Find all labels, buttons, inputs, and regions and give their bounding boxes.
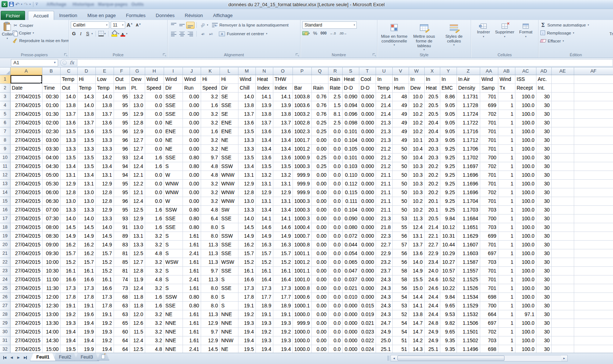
name-box[interactable]: A1 ▼ — [11, 59, 58, 66]
cell-N1[interactable]: Heat — [256, 75, 273, 83]
cell-N15[interactable]: 13.1 — [256, 197, 273, 205]
cell-AB7[interactable]: 1 — [498, 127, 515, 136]
row-header-19[interactable]: 19 — [0, 232, 10, 240]
cell-Q5[interactable]: 0.76 — [311, 110, 328, 118]
dialog-launcher-icon[interactable] — [163, 53, 166, 57]
cell-G25[interactable]: 12.4 — [130, 284, 145, 293]
cell-AE18[interactable] — [551, 223, 574, 232]
cell-D7[interactable]: 13.6 — [77, 127, 95, 136]
cell-L22[interactable]: WSW — [220, 258, 238, 266]
cell-G32[interactable]: 12.5 — [130, 345, 145, 353]
cell-AE9[interactable] — [551, 144, 574, 153]
cell-J2[interactable]: Run — [183, 83, 201, 92]
cell-M25[interactable]: 17.3 — [238, 284, 256, 293]
cell-O17[interactable]: 14.1 — [273, 214, 293, 223]
cell-AD21[interactable]: 30 — [536, 249, 551, 258]
cell-R17[interactable]: 0.0 — [328, 214, 342, 223]
cell-V5[interactable]: 49 — [392, 110, 409, 118]
cell-W29[interactable]: 14.7 — [409, 319, 424, 327]
cell-Y16[interactable]: 9.25 — [440, 205, 457, 214]
cell-P4[interactable]: 1003.6 — [293, 101, 311, 110]
cell-P28[interactable]: 1000.0 — [293, 310, 311, 319]
cell-AF4[interactable] — [574, 101, 613, 110]
cell-C12[interactable]: 13.1 — [60, 171, 77, 179]
cell-A23[interactable]: 27/04/2015 — [10, 266, 42, 275]
cell-Q16[interactable]: 0.00 — [311, 205, 328, 214]
cell-K30[interactable]: 9.7 — [201, 327, 220, 336]
cell-H15[interactable]: 0.0 — [145, 197, 164, 205]
scrollbar-track[interactable] — [397, 355, 561, 361]
cell-Y19[interactable]: 10.31 — [440, 232, 457, 240]
cell-W8[interactable]: 10.1 — [409, 136, 424, 144]
align-top-button[interactable] — [169, 22, 178, 29]
cell-I12[interactable]: W — [164, 171, 183, 179]
cell-K28[interactable]: 11.3 — [201, 310, 220, 319]
cell-R4[interactable]: 1.5 — [328, 101, 342, 110]
cell-E27[interactable]: 17.8 — [95, 301, 114, 310]
cell-I8[interactable]: NE — [164, 136, 183, 144]
cell-S32[interactable]: 0.000 — [342, 345, 359, 353]
cell-J19[interactable]: 1.61 — [183, 232, 201, 240]
cell-I11[interactable]: S — [164, 162, 183, 171]
cell-O8[interactable]: 13.4 — [273, 136, 293, 144]
cell-I9[interactable]: NE — [164, 144, 183, 153]
cell-AF20[interactable] — [574, 240, 613, 249]
cell-H29[interactable]: 3.2 — [145, 319, 164, 327]
cell-G3[interactable]: 13.2 — [130, 92, 145, 101]
cut-button[interactable]: ✂Couper — [13, 22, 69, 29]
cell-F7[interactable]: 96 — [114, 127, 130, 136]
cell-V26[interactable]: 54 — [392, 293, 409, 301]
cell-W6[interactable]: 10.2 — [409, 118, 424, 127]
cell-AF25[interactable] — [574, 284, 613, 293]
align-left-button[interactable] — [169, 30, 178, 37]
cell-AB25[interactable]: 1 — [498, 284, 515, 293]
last-sheet-icon[interactable]: ▶ — [23, 355, 28, 360]
cell-L28[interactable]: NNE — [220, 310, 238, 319]
row-header-26[interactable]: 26 — [0, 293, 10, 301]
cell-H25[interactable]: 3.2 — [145, 284, 164, 293]
cell-AD14[interactable]: 30 — [536, 188, 551, 197]
cell-AB1[interactable]: Wind — [498, 75, 515, 83]
cell-M29[interactable]: 19.3 — [238, 319, 256, 327]
cell-R28[interactable]: 0.0 — [328, 310, 342, 319]
cell-AD7[interactable]: 30 — [536, 127, 551, 136]
cell-P10[interactable]: 1000.9 — [293, 153, 311, 162]
cell-AE16[interactable] — [551, 205, 574, 214]
cell-AB12[interactable]: 1 — [498, 171, 515, 179]
cell-C24[interactable]: 16.6 — [60, 275, 77, 284]
cell-U17[interactable]: 21.3 — [376, 214, 392, 223]
cell-AC22[interactable]: 100.0 — [515, 258, 536, 266]
cell-AD4[interactable]: 30 — [536, 101, 551, 110]
row-header-9[interactable]: 9 — [0, 144, 10, 153]
cell-AD26[interactable]: 30 — [536, 293, 551, 301]
cell-R10[interactable]: 0.0 — [328, 153, 342, 162]
cell-B26[interactable]: 12:00 — [42, 293, 60, 301]
cell-Q21[interactable]: 0.00 — [311, 249, 328, 258]
tab-donnees[interactable]: Données — [151, 11, 180, 20]
cell-X18[interactable]: 21.4 — [424, 223, 440, 232]
cell-O23[interactable]: 16.1 — [273, 266, 293, 275]
cell-AB26[interactable]: 1 — [498, 293, 515, 301]
cell-K20[interactable]: 11.3 — [201, 240, 220, 249]
cell-F22[interactable]: 85 — [114, 258, 130, 266]
cell-S21[interactable]: 0.054 — [342, 249, 359, 258]
cell-N5[interactable]: 13.8 — [256, 110, 273, 118]
cell-F27[interactable]: 63 — [114, 301, 130, 310]
cell-F12[interactable]: 94 — [114, 171, 130, 179]
cell-U24[interactable]: 24.3 — [376, 275, 392, 284]
previous-sheet-icon[interactable]: ◀ — [9, 355, 15, 360]
tab-formules[interactable]: Formules — [121, 11, 151, 20]
cell-X9[interactable]: 20.3 — [424, 144, 440, 153]
cell-K3[interactable]: 3.2 — [201, 92, 220, 101]
cell-P23[interactable]: 1001.1 — [293, 266, 311, 275]
cell-E21[interactable]: 15.7 — [95, 249, 114, 258]
cell-L30[interactable]: NNE — [220, 327, 238, 336]
cell-A18[interactable]: 27/04/2015 — [10, 223, 42, 232]
cell-R30[interactable]: 0.0 — [328, 327, 342, 336]
cell-C31[interactable]: 19.4 — [60, 336, 77, 345]
cell-Y21[interactable]: 10.29 — [440, 249, 457, 258]
cell-P7[interactable]: 1002.3 — [293, 127, 311, 136]
cell-U5[interactable]: 21.4 — [376, 110, 392, 118]
cell-I7[interactable]: ENE — [164, 127, 183, 136]
cell-D17[interactable]: 14.0 — [77, 214, 95, 223]
